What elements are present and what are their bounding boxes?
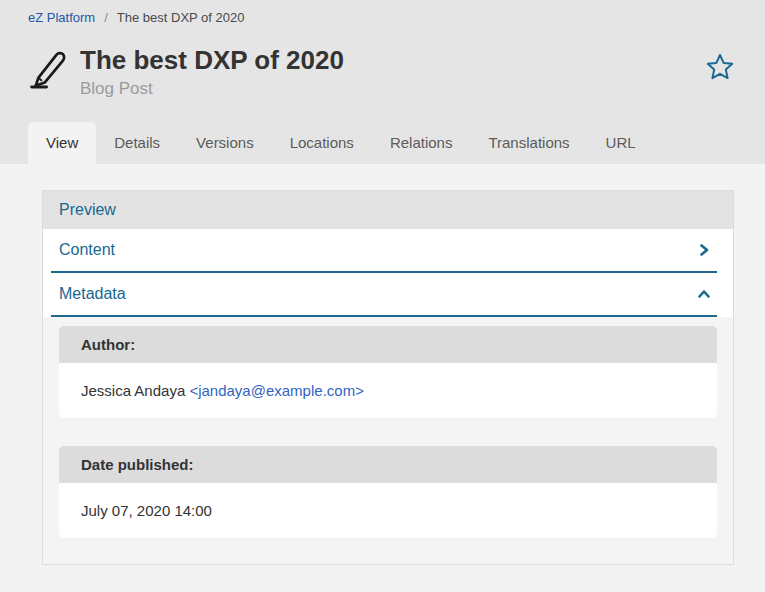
author-field-label: Author: xyxy=(59,326,717,363)
star-bookmark-icon[interactable] xyxy=(705,52,735,82)
date-published-field: Date published: July 07, 2020 14:00 xyxy=(59,446,717,538)
breadcrumb: eZ Platform / The best DXP of 2020 xyxy=(28,10,737,25)
content-accordion-label: Content xyxy=(59,241,115,259)
pen-blog-post-icon xyxy=(28,48,70,90)
date-published-label: Date published: xyxy=(59,446,717,483)
author-field: Author: Jessica Andaya <jandaya@example.… xyxy=(59,326,717,418)
tab-bar: View Details Versions Locations Relation… xyxy=(0,122,765,164)
title-block: The best DXP of 2020 Blog Post xyxy=(80,46,344,99)
title-row: The best DXP of 2020 Blog Post xyxy=(28,46,737,99)
tab-content-area: Preview Content Metadata Author: Jessica… xyxy=(0,164,765,592)
preview-panel: Preview Content Metadata Author: Jessica… xyxy=(42,190,734,565)
page-header: eZ Platform / The best DXP of 2020 The b… xyxy=(0,0,765,99)
tab-locations[interactable]: Locations xyxy=(272,122,372,164)
tab-relations[interactable]: Relations xyxy=(372,122,471,164)
tab-translations[interactable]: Translations xyxy=(470,122,587,164)
tab-url[interactable]: URL xyxy=(588,122,654,164)
date-published-value: July 07, 2020 14:00 xyxy=(59,483,717,538)
tab-view[interactable]: View xyxy=(28,122,96,164)
preview-section-header: Preview xyxy=(43,191,733,229)
breadcrumb-root-link[interactable]: eZ Platform xyxy=(28,10,95,25)
tab-details[interactable]: Details xyxy=(96,122,178,164)
tab-versions[interactable]: Versions xyxy=(178,122,272,164)
chevron-right-icon xyxy=(697,243,711,257)
author-field-value: Jessica Andaya <jandaya@example.com> xyxy=(59,363,717,418)
metadata-expanded-area: Author: Jessica Andaya <jandaya@example.… xyxy=(43,317,733,565)
breadcrumb-separator: / xyxy=(104,10,108,25)
content-accordion-toggle[interactable]: Content xyxy=(51,229,717,273)
preview-title: Preview xyxy=(59,201,116,219)
author-email-link[interactable]: <jandaya@example.com> xyxy=(189,382,364,399)
metadata-accordion-toggle[interactable]: Metadata xyxy=(51,273,717,317)
page-title: The best DXP of 2020 xyxy=(80,46,344,76)
metadata-accordion-label: Metadata xyxy=(59,285,126,303)
author-name: Jessica Andaya xyxy=(81,382,189,399)
content-type-label: Blog Post xyxy=(80,79,344,99)
chevron-up-icon xyxy=(697,287,711,301)
breadcrumb-current: The best DXP of 2020 xyxy=(117,10,245,25)
